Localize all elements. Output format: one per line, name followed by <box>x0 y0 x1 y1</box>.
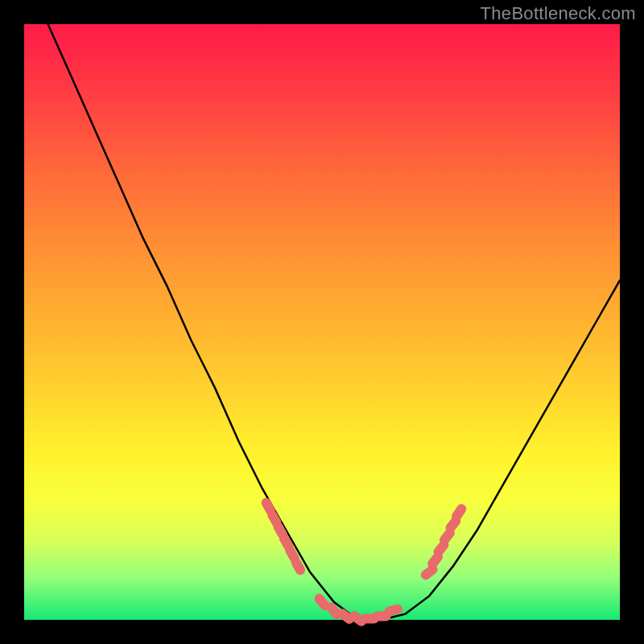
highlight-marker <box>331 608 336 615</box>
highlight-marker <box>354 616 361 621</box>
highlight-marker <box>284 539 288 547</box>
highlight-marker <box>266 503 270 511</box>
highlight-marker <box>320 599 325 606</box>
highlight-marker <box>432 557 438 564</box>
highlight-marker <box>450 521 456 528</box>
highlight-marker <box>390 609 398 612</box>
highlight-marker <box>426 570 433 576</box>
highlight-marker <box>444 533 450 540</box>
highlight-marker <box>342 613 349 619</box>
sweet-spot-markers <box>266 503 462 621</box>
highlight-marker <box>290 551 294 559</box>
chart-svg <box>24 24 620 620</box>
highlight-marker <box>279 526 283 535</box>
watermark-text: TheBottleneck.com <box>481 3 636 24</box>
highlight-marker <box>439 545 444 552</box>
highlight-marker <box>296 563 300 571</box>
highlight-marker <box>272 514 276 522</box>
plot-area <box>24 24 620 620</box>
highlight-marker <box>456 509 461 516</box>
bottleneck-curve <box>48 24 620 620</box>
chart-frame: TheBottleneck.com <box>0 0 644 644</box>
